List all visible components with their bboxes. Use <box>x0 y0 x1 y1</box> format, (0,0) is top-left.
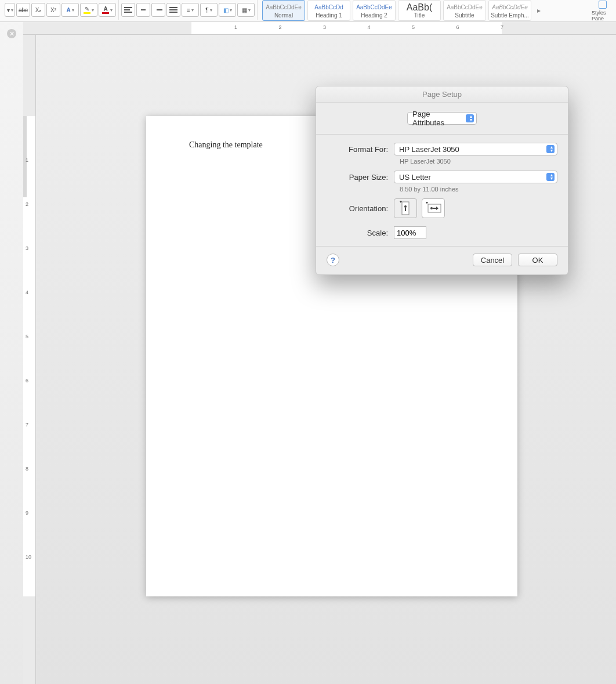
portrait-icon <box>400 201 411 216</box>
close-area: ✕ <box>0 22 23 45</box>
landscape-icon <box>425 202 442 215</box>
styles-more-icon[interactable]: ▸ <box>534 0 544 21</box>
style-subtle-emphasis[interactable]: AaBbCcDdEe Subtle Emph... <box>488 0 531 21</box>
svg-marker-2 <box>400 201 402 202</box>
chevron-updown-icon: ▴▾ <box>550 173 553 180</box>
style-heading1[interactable]: AaBbCcDd Heading 1 <box>307 0 350 21</box>
paper-size-label: Paper Size: <box>327 173 394 182</box>
svg-rect-9 <box>433 208 436 209</box>
style-heading2[interactable]: AaBbCcDdEe Heading 2 <box>353 0 396 21</box>
ruler-number: 7 <box>501 24 503 30</box>
svg-point-8 <box>430 207 433 209</box>
shading-button[interactable]: ◧ <box>219 3 236 17</box>
spacing-options-button[interactable]: ¶ <box>200 3 218 17</box>
style-normal[interactable]: AaBbCcDdEe Normal <box>262 0 305 21</box>
svg-marker-7 <box>426 202 428 203</box>
style-subtitle[interactable]: AaBbCcDdEe Subtitle <box>443 0 486 21</box>
ruler-number: 9 <box>26 510 28 516</box>
dialog-title: Page Setup <box>316 86 568 103</box>
horizontal-ruler[interactable]: 1234567 <box>23 22 616 35</box>
superscript-button[interactable]: X² <box>46 3 60 17</box>
orientation-landscape-button[interactable] <box>422 198 445 218</box>
scale-label: Scale: <box>327 229 394 237</box>
borders-button[interactable]: ▦ <box>237 3 255 17</box>
chevron-updown-icon: ▴▾ <box>470 115 472 122</box>
ruler-number: 7 <box>26 422 28 428</box>
chevron-updown-icon: ▴▾ <box>550 146 553 153</box>
scale-input[interactable] <box>394 226 426 239</box>
justify-button[interactable] <box>166 3 180 17</box>
ruler-number: 3 <box>26 245 28 251</box>
font-color-button[interactable]: A <box>99 3 116 17</box>
vertical-ruler[interactable]: 12345678910 <box>23 35 36 684</box>
paragraph-group: ≡ ¶ ◧ ▦ <box>119 0 258 20</box>
orientation-portrait-button[interactable] <box>394 198 417 218</box>
cancel-button[interactable]: Cancel <box>473 254 512 266</box>
format-for-label: Format For: <box>327 145 394 154</box>
ruler-number: 2 <box>278 24 281 30</box>
paper-size-dropdown[interactable]: US Letter ▴▾ <box>394 171 557 183</box>
styles-pane-icon <box>599 1 607 9</box>
printer-subtext: HP LaserJet 3050 <box>400 158 557 165</box>
strikethrough-button[interactable]: abc <box>16 3 30 17</box>
ruler-number: 4 <box>367 24 370 30</box>
ruler-number: 8 <box>26 466 28 472</box>
svg-point-3 <box>404 205 407 208</box>
highlight-button[interactable]: ✎ <box>80 3 97 17</box>
paper-dimensions: 8.50 by 11.00 inches <box>400 186 557 193</box>
subscript-button[interactable]: X₂ <box>31 3 45 17</box>
ribbon: ▾ abc X₂ X² A ✎ A ≡ ¶ ◧ ▦ AaBbCcDdEe Nor… <box>0 0 616 22</box>
close-icon[interactable]: ✕ <box>7 29 16 38</box>
ruler-number: 10 <box>26 554 31 560</box>
document-text[interactable]: Changing the template <box>189 140 263 150</box>
style-title[interactable]: AaBb( Title <box>398 0 441 21</box>
ruler-number: 2 <box>26 201 28 207</box>
line-spacing-button[interactable]: ≡ <box>182 3 199 17</box>
format-for-dropdown[interactable]: HP LaserJet 3050 ▴▾ <box>394 143 557 155</box>
font-group: ▾ abc X₂ X² A ✎ A <box>2 0 119 20</box>
align-left-button[interactable] <box>121 3 135 17</box>
orientation-label: Orientation: <box>327 204 394 213</box>
ok-button[interactable]: OK <box>518 254 557 266</box>
ruler-number: 5 <box>26 334 28 339</box>
ruler-number: 6 <box>456 24 459 30</box>
ruler-number: 5 <box>412 24 415 30</box>
help-button[interactable]: ? <box>327 254 339 266</box>
page-attributes-dropdown[interactable]: Page Attributes ▴▾ <box>407 112 477 125</box>
styles-pane-button[interactable]: Styles Pane <box>592 0 614 22</box>
ruler-number: 6 <box>26 378 28 383</box>
ruler-number: 4 <box>26 289 28 295</box>
styles-gallery: AaBbCcDdEe Normal AaBbCcDd Heading 1 AaB… <box>258 0 592 21</box>
align-right-button[interactable] <box>151 3 165 17</box>
page-setup-dialog: Page Setup Page Attributes ▴▾ Format For… <box>316 86 568 275</box>
text-effects-button[interactable]: A <box>61 3 79 17</box>
align-center-button[interactable] <box>136 3 150 17</box>
ruler-number: 3 <box>323 24 326 30</box>
svg-rect-4 <box>405 208 406 211</box>
ruler-number: 1 <box>26 157 28 163</box>
ruler-number: 1 <box>234 24 237 30</box>
menu-dropdown-icon[interactable]: ▾ <box>5 3 15 17</box>
